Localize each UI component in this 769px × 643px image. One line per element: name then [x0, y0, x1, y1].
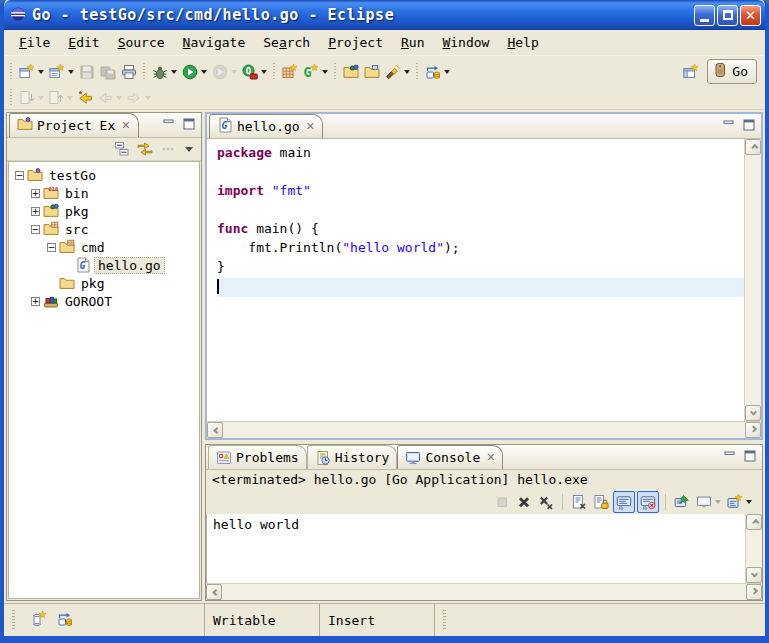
code-editor[interactable]: package mainimport "fmt"func main() { fm… [207, 139, 744, 421]
open-console-button[interactable] [725, 492, 754, 512]
toolbar-grip[interactable] [141, 63, 148, 81]
maximize-console-button[interactable] [742, 449, 758, 463]
code-line-3[interactable]: import "fmt" [217, 183, 744, 202]
save-button[interactable] [77, 62, 97, 82]
open-perspective-button[interactable] [681, 62, 701, 82]
console-horizontal-scrollbar[interactable] [206, 583, 762, 600]
new-go-element-button[interactable]: G [301, 62, 330, 82]
link-with-editor-button[interactable] [135, 139, 155, 159]
editor-tab-hello-go[interactable]: G hello.go ✕ [209, 114, 323, 138]
dropdown-arrow-icon[interactable] [201, 70, 207, 74]
run-history-button[interactable] [210, 62, 239, 82]
tree-item-cmd[interactable]: −cmd [9, 238, 199, 256]
new-button[interactable] [17, 62, 46, 82]
maximize-editor-button[interactable] [741, 118, 757, 132]
menu-run[interactable]: Run [392, 33, 433, 52]
remove-launch-button[interactable] [514, 492, 534, 512]
menu-project[interactable]: Project [319, 33, 392, 52]
scroll-left-button[interactable] [206, 584, 222, 600]
scroll-left-button[interactable] [207, 422, 223, 438]
code-line-7[interactable]: } [217, 259, 744, 278]
code-line-4[interactable] [217, 202, 744, 221]
expand-icon[interactable]: + [31, 189, 40, 198]
expand-icon[interactable]: + [31, 207, 40, 216]
menu-file[interactable]: File [10, 33, 59, 52]
collapse-icon[interactable]: − [47, 243, 56, 252]
console-tab-problems[interactable]: Problems [208, 445, 307, 469]
collapse-icon[interactable]: − [15, 171, 24, 180]
print-button[interactable] [119, 62, 139, 82]
forward-button[interactable] [124, 88, 153, 108]
tree-item-bin[interactable]: +010bin [9, 184, 199, 202]
view-menu-button[interactable] [181, 141, 197, 157]
scroll-right-button[interactable] [745, 422, 761, 438]
project-explorer-tab[interactable]: Project Ex ✕ [9, 113, 139, 137]
new-go-project-button[interactable] [280, 62, 300, 82]
close-button[interactable]: ✕ [740, 5, 761, 26]
next-annotation-button[interactable] [17, 88, 46, 108]
code-line-5[interactable]: func main() { [217, 221, 744, 240]
maximize-button[interactable] [717, 5, 738, 26]
clear-console-button[interactable] [569, 492, 589, 512]
editor-vertical-scrollbar[interactable] [744, 139, 761, 421]
show-stdout-button[interactable] [613, 491, 635, 513]
display-console-button[interactable] [694, 492, 723, 512]
scroll-up-button[interactable] [745, 139, 761, 155]
scroll-down-button[interactable] [746, 567, 762, 583]
back-button[interactable] [95, 88, 124, 108]
debug-button[interactable] [150, 62, 179, 82]
show-stderr-button[interactable] [637, 491, 659, 513]
go-install-button[interactable] [423, 62, 452, 82]
dropdown-arrow-icon[interactable] [38, 96, 44, 100]
minimize-view-button[interactable] [161, 117, 177, 131]
scroll-down-button[interactable] [745, 405, 761, 421]
menu-help[interactable]: Help [498, 33, 547, 52]
dropdown-arrow-icon[interactable] [68, 70, 74, 74]
pin-console-button[interactable] [672, 492, 692, 512]
dropdown-arrow-icon[interactable] [404, 70, 410, 74]
dropdown-arrow-icon[interactable] [67, 96, 73, 100]
console-vertical-scrollbar[interactable] [745, 514, 762, 583]
menu-navigate[interactable]: Navigate [174, 33, 255, 52]
toolbar-grip[interactable] [8, 63, 15, 81]
prev-annotation-button[interactable] [46, 88, 75, 108]
toolbar-grip[interactable] [8, 89, 15, 107]
code-line-8[interactable] [217, 278, 744, 297]
dropdown-arrow-icon[interactable] [715, 500, 721, 504]
console-tab-history[interactable]: History [307, 445, 398, 469]
code-line-6[interactable]: fmt.Println("hello world"); [217, 240, 744, 259]
tree-item-goroot[interactable]: +GOROOT [9, 292, 199, 310]
perspective-go-button[interactable]: Go [707, 59, 757, 84]
go-install-icon[interactable] [57, 611, 73, 630]
close-view-icon[interactable]: ✕ [486, 451, 495, 464]
dropdown-arrow-icon[interactable] [171, 70, 177, 74]
code-line-1[interactable]: package main [217, 145, 744, 164]
scroll-right-button[interactable] [746, 584, 762, 600]
filters-button[interactable] [158, 139, 178, 159]
minimize-console-button[interactable] [722, 449, 738, 463]
scroll-lock-button[interactable] [591, 492, 611, 512]
editor-horizontal-scrollbar[interactable] [207, 421, 761, 438]
remove-all-terminated-button[interactable] [536, 492, 556, 512]
close-editor-icon[interactable]: ✕ [306, 120, 315, 133]
go-app-icon[interactable] [31, 611, 47, 630]
tree-item-pkg[interactable]: pkg [9, 274, 199, 292]
dropdown-arrow-icon[interactable] [444, 70, 450, 74]
dropdown-arrow-icon[interactable] [746, 500, 752, 504]
scroll-up-button[interactable] [746, 514, 762, 530]
tree-item-src[interactable]: −src [9, 220, 199, 238]
dropdown-arrow-icon[interactable] [261, 70, 267, 74]
toolbar-grip[interactable] [332, 63, 339, 81]
titlebar[interactable]: Go - testGo/src/cmd/hello.go - Eclipse ✕ [4, 0, 765, 30]
maximize-view-button[interactable] [181, 117, 197, 131]
dropdown-arrow-icon[interactable] [322, 70, 328, 74]
tree-item-pkg[interactable]: +pkg [9, 202, 199, 220]
new-wizard-button[interactable] [47, 62, 76, 82]
toolbar-grip[interactable] [414, 63, 421, 81]
toolbar-grip[interactable] [271, 63, 278, 81]
minimize-editor-button[interactable] [721, 118, 737, 132]
tree-item-testgo[interactable]: −testGo [9, 166, 199, 184]
open-resource-button[interactable] [362, 62, 382, 82]
dropdown-arrow-icon[interactable] [145, 96, 151, 100]
code-line-2[interactable] [217, 164, 744, 183]
